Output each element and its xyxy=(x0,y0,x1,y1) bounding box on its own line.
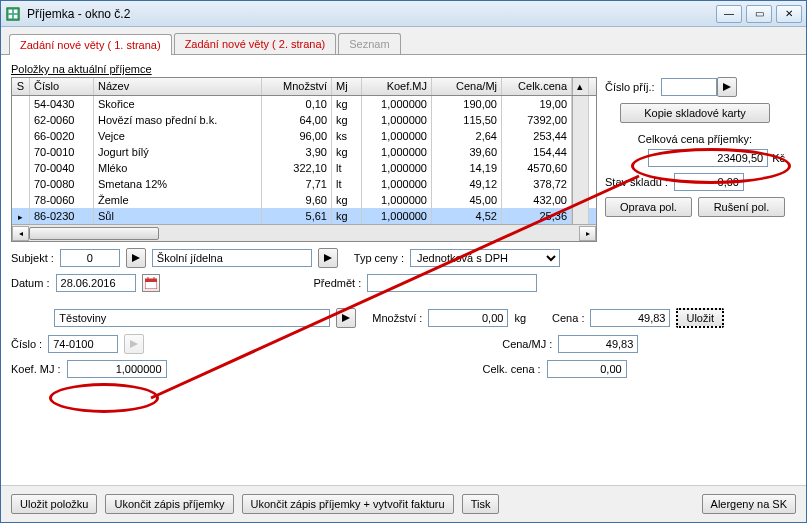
celkova-cena-value xyxy=(648,149,768,167)
cislo-label: Číslo : xyxy=(11,338,42,350)
cenamj-label: Cena/MJ : xyxy=(502,338,552,350)
svg-marker-7 xyxy=(324,254,332,262)
close-button[interactable]: ✕ xyxy=(776,5,802,23)
maximize-button[interactable]: ▭ xyxy=(746,5,772,23)
bottom-toolbar: Uložit položku Ukončit zápis příjemky Uk… xyxy=(1,485,806,522)
mnozstvi-input[interactable] xyxy=(428,309,508,327)
svg-marker-13 xyxy=(130,340,138,348)
items-table: S Číslo Název Množství Mj Koef.MJ Cena/M… xyxy=(11,77,597,242)
scroll-track[interactable] xyxy=(29,226,579,241)
cena-label: Cena : xyxy=(552,312,584,324)
stav-skladu-label: Stav skladu : xyxy=(605,176,668,188)
stav-skladu-value xyxy=(674,173,744,191)
scroll-left-button[interactable]: ◂ xyxy=(12,226,29,241)
scroll-thumb[interactable] xyxy=(29,227,159,240)
predmet-input[interactable] xyxy=(367,274,537,292)
cislo-value xyxy=(48,335,118,353)
table-header: S Číslo Název Množství Mj Koef.MJ Cena/M… xyxy=(12,78,596,96)
ulozit-polozku-button[interactable]: Uložit položku xyxy=(11,494,97,514)
table-body: 54-0430Skořice0,10kg1,000000190,0019,006… xyxy=(12,96,596,224)
window-title: Příjemka - okno č.2 xyxy=(27,7,716,21)
ukoncit-faktura-button[interactable]: Ukončit zápis příjemky + vytvořit faktur… xyxy=(242,494,454,514)
svg-marker-6 xyxy=(132,254,140,262)
kopie-skladove-karty-button[interactable]: Kopie skladové karty xyxy=(620,103,770,123)
annotation-circle-nazev xyxy=(49,383,159,413)
app-icon xyxy=(5,6,21,22)
koef-value xyxy=(67,360,167,378)
content-area: Položky na aktuální příjemce S Číslo Náz… xyxy=(1,55,806,485)
table-row[interactable]: 62-0060Hovězí maso přední b.k.64,00kg1,0… xyxy=(12,112,596,128)
svg-marker-5 xyxy=(723,83,731,91)
predmet-label: Předmět : xyxy=(314,277,362,289)
table-row[interactable]: 54-0430Skořice0,10kg1,000000190,0019,00 xyxy=(12,96,596,112)
tisk-button[interactable]: Tisk xyxy=(462,494,500,514)
cislo-lookup-button xyxy=(124,334,144,354)
tab-page1[interactable]: Zadání nové věty ( 1. strana) xyxy=(9,34,172,55)
table-row[interactable]: 70-0010Jogurt bílý3,90kg1,00000039,60154… xyxy=(12,144,596,160)
minimize-button[interactable]: — xyxy=(716,5,742,23)
svg-marker-12 xyxy=(342,314,350,322)
koef-label: Koef. MJ : xyxy=(11,363,61,375)
tab-page2[interactable]: Zadání nové věty ( 2. strana) xyxy=(174,33,337,54)
ukoncit-zapis-button[interactable]: Ukončit zápis příjemky xyxy=(105,494,233,514)
table-caption: Položky na aktuální příjemce xyxy=(11,63,796,75)
cislo-prij-lookup-button[interactable] xyxy=(717,77,737,97)
cena-input[interactable] xyxy=(590,309,670,327)
ulozit-button[interactable]: Uložit xyxy=(676,308,724,328)
col-koef[interactable]: Koef.MJ xyxy=(362,78,432,95)
col-cislo[interactable]: Číslo xyxy=(30,78,94,95)
titlebar: Příjemka - okno č.2 — ▭ ✕ xyxy=(1,1,806,27)
alergeny-button[interactable]: Alergeny na SK xyxy=(702,494,796,514)
celkcena-value xyxy=(547,360,627,378)
right-pane: Číslo příj.: Kopie skladové karty Celkov… xyxy=(605,77,785,242)
subjekt-input[interactable] xyxy=(60,249,120,267)
celkcena-label: Celk. cena : xyxy=(483,363,541,375)
scroll-right-button[interactable]: ▸ xyxy=(579,226,596,241)
table-row[interactable]: 70-0040Mléko322,10lt1,00000014,194570,60 xyxy=(12,160,596,176)
subjekt-lookup-button[interactable] xyxy=(126,248,146,268)
mnozstvi-label: Množství : xyxy=(372,312,422,324)
table-row[interactable]: 70-0080Smetana 12%7,71lt1,00000049,12378… xyxy=(12,176,596,192)
tab-seznam: Seznam xyxy=(338,33,400,54)
col-celk[interactable]: Celk.cena xyxy=(502,78,572,95)
calendar-icon[interactable] xyxy=(142,274,160,292)
svg-rect-3 xyxy=(9,14,13,18)
mnozstvi-unit: kg xyxy=(514,312,526,324)
nazev-lookup-button[interactable] xyxy=(336,308,356,328)
table-row[interactable]: 86-0230Sůl5,61kg1,0000004,5225,36 xyxy=(12,208,596,224)
cislo-prij-input[interactable] xyxy=(661,78,717,96)
table-row[interactable]: 78-0060Žemle9,60kg1,00000045,00432,00 xyxy=(12,192,596,208)
typ-ceny-select[interactable]: Jednotková s DPH xyxy=(410,249,560,267)
scrollbar-up[interactable]: ▴ xyxy=(572,78,589,95)
oprava-pol-button[interactable]: Oprava pol. xyxy=(605,197,692,217)
celkova-cena-unit: Kč xyxy=(772,152,785,164)
subjekt-play-button[interactable] xyxy=(318,248,338,268)
typ-ceny-label: Typ ceny : xyxy=(354,252,404,264)
col-s[interactable]: S xyxy=(12,78,30,95)
svg-rect-4 xyxy=(14,14,18,18)
cenamj-value xyxy=(558,335,638,353)
svg-rect-9 xyxy=(145,279,157,282)
subjekt-text xyxy=(152,249,312,267)
table-row[interactable]: 66-0020Vejce96,00ks1,0000002,64253,44 xyxy=(12,128,596,144)
col-cena[interactable]: Cena/Mj xyxy=(432,78,502,95)
nazev-input[interactable] xyxy=(54,309,330,327)
window: Příjemka - okno č.2 — ▭ ✕ Zadání nové vě… xyxy=(0,0,807,523)
svg-rect-1 xyxy=(9,9,13,13)
col-mj[interactable]: Mj xyxy=(332,78,362,95)
window-controls: — ▭ ✕ xyxy=(716,5,802,23)
ruseni-pol-button[interactable]: Rušení pol. xyxy=(698,197,785,217)
tab-strip: Zadání nové věty ( 1. strana) Zadání nov… xyxy=(1,27,806,55)
celkova-cena-label: Celková cena příjemky: xyxy=(605,133,785,145)
col-mnozstvi[interactable]: Množství xyxy=(262,78,332,95)
datum-input[interactable] xyxy=(56,274,136,292)
subjekt-label: Subjekt : xyxy=(11,252,54,264)
scrollbar-horizontal[interactable]: ◂ ▸ xyxy=(12,224,596,241)
col-nazev[interactable]: Název xyxy=(94,78,262,95)
datum-label: Datum : xyxy=(11,277,50,289)
svg-rect-2 xyxy=(14,9,18,13)
cislo-prij-label: Číslo příj.: xyxy=(605,81,655,93)
form-area: Subjekt : Typ ceny : Jednotková s DPH Da… xyxy=(11,248,796,378)
